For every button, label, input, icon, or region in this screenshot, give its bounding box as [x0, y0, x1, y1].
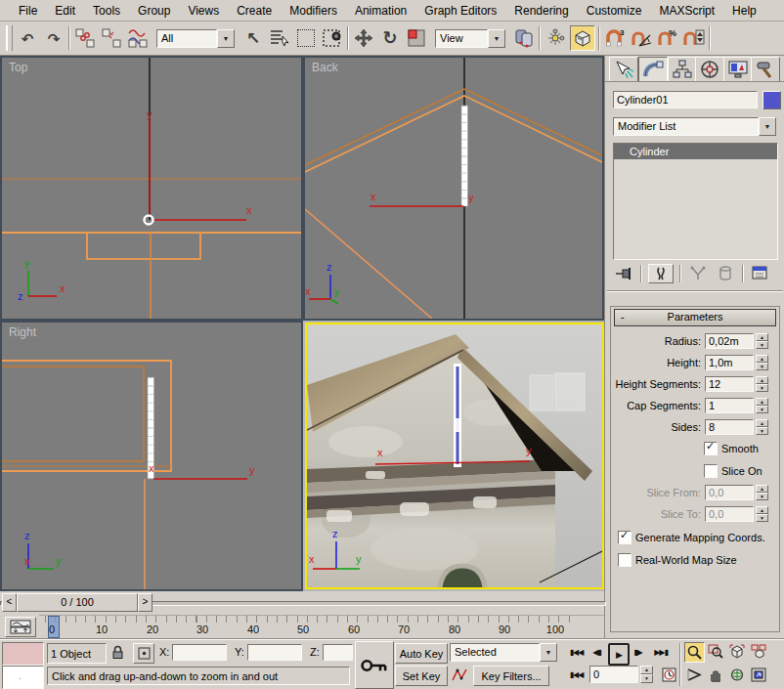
viewport-back[interactable]: Back x y z x y	[303, 56, 604, 321]
bind-to-space-warp-button[interactable]	[126, 26, 150, 50]
real-world-map-size-checkbox[interactable]	[618, 553, 632, 567]
rectangular-selection-region-button[interactable]	[294, 26, 318, 50]
lock-selection-toggle[interactable]	[108, 643, 127, 662]
maxscript-listener-script-row[interactable]: .	[2, 666, 44, 689]
tab-motion[interactable]	[695, 57, 724, 82]
keyboard-shortcut-override-toggle[interactable]	[570, 25, 595, 51]
window-crossing-toggle-button[interactable]	[321, 26, 344, 50]
viewport-right[interactable]: Right x y z y x	[0, 321, 303, 591]
menu-file[interactable]: File	[10, 2, 46, 20]
tab-utilities[interactable]	[751, 57, 780, 82]
reference-coordinate-combo[interactable]: View ▼	[435, 29, 505, 48]
viewport-back-canvas[interactable]: x y z x y	[305, 58, 602, 319]
menu-animation[interactable]: Animation	[346, 2, 415, 20]
viewport-right-label[interactable]: Right	[9, 325, 36, 339]
select-and-scale-button[interactable]	[405, 26, 428, 50]
menu-rendering[interactable]: Rendering	[505, 2, 577, 20]
radius-field[interactable]	[705, 333, 754, 349]
go-to-start-button[interactable]: ▮◀◀	[567, 643, 586, 662]
redo-button[interactable]: ↷	[42, 26, 65, 50]
set-keys-button[interactable]	[355, 641, 394, 689]
height-field[interactable]	[705, 355, 754, 370]
selection-filter-dropdown-button[interactable]: ▼	[217, 29, 235, 48]
key-mode-toggle[interactable]: ▮◀◀	[567, 666, 586, 684]
tab-modify[interactable]	[638, 57, 668, 82]
viewport-perspective[interactable]: Perspective	[305, 323, 604, 589]
percent-snap-toggle-button[interactable]: %	[656, 26, 679, 50]
y-coord-field[interactable]	[247, 644, 302, 661]
menu-modifiers[interactable]: Modifiers	[281, 2, 346, 20]
reference-coordinate-dropdown-button[interactable]: ▼	[488, 29, 505, 48]
go-to-end-button[interactable]: ▶▶▮	[650, 643, 672, 662]
pin-stack-button[interactable]	[613, 265, 634, 282]
keyable-filter-combo[interactable]: Selected ▼	[450, 643, 557, 662]
object-name-field[interactable]	[613, 91, 758, 108]
track-ruler[interactable]: 0 10 20 30 40 50 60 70 80 90 100	[39, 615, 604, 639]
generate-mapping-coords-checkbox[interactable]: ✓	[618, 531, 632, 544]
show-end-result-button[interactable]	[648, 264, 674, 283]
tab-create[interactable]	[609, 57, 638, 82]
cap-segments-spinner[interactable]: ▲▼	[756, 398, 768, 413]
zoom-all-button[interactable]	[706, 642, 724, 661]
viewport-perspective-canvas[interactable]: x y z x y	[307, 324, 602, 587]
maxscript-listener-macro-row[interactable]	[2, 642, 44, 666]
keyable-filter-dropdown-button[interactable]: ▼	[540, 643, 557, 662]
viewport-top[interactable]: Top y x y x z	[0, 56, 303, 321]
stack-item-cylinder[interactable]: Cylinder	[614, 144, 777, 159]
menu-tools[interactable]: Tools	[84, 2, 129, 20]
zoom-button[interactable]	[684, 642, 705, 663]
menu-edit[interactable]: Edit	[46, 2, 84, 20]
viewport-top-label[interactable]: Top	[9, 61, 27, 74]
height-spinner[interactable]: ▲▼	[756, 355, 768, 370]
make-unique-button[interactable]	[687, 265, 709, 282]
set-key-button[interactable]: Set Key	[395, 666, 448, 686]
menu-customize[interactable]: Customize	[578, 2, 651, 20]
menu-help[interactable]: Help	[723, 2, 765, 20]
undo-button[interactable]: ↶	[16, 26, 39, 50]
time-configuration-button[interactable]	[659, 666, 678, 684]
field-of-view-button[interactable]	[684, 666, 703, 684]
previous-frame-slider-button[interactable]: <	[2, 593, 17, 612]
sides-field[interactable]	[705, 419, 754, 435]
unlink-selection-button[interactable]	[100, 26, 123, 50]
cap-segments-field[interactable]	[705, 398, 754, 413]
object-color-swatch[interactable]	[762, 91, 781, 109]
menu-views[interactable]: Views	[179, 2, 228, 20]
modifier-list-combo[interactable]: Modifier List ▼	[613, 117, 776, 136]
height-segments-field[interactable]	[705, 376, 754, 392]
height-segments-spinner[interactable]: ▲▼	[756, 376, 768, 392]
current-frame-field[interactable]	[589, 666, 638, 683]
slice-on-checkbox[interactable]	[704, 464, 718, 478]
default-tangent-button[interactable]	[450, 666, 469, 684]
menu-create[interactable]: Create	[228, 2, 281, 20]
sides-spinner[interactable]: ▲▼	[756, 419, 768, 435]
time-slider-handle[interactable]: 0 / 100	[17, 593, 138, 612]
viewport-back-label[interactable]: Back	[312, 61, 338, 74]
play-animation-button[interactable]: ▶	[608, 643, 630, 666]
menu-graph-editors[interactable]: Graph Editors	[415, 2, 505, 20]
maximize-viewport-toggle[interactable]	[749, 666, 767, 684]
select-by-name-button[interactable]	[268, 26, 291, 50]
auto-key-button[interactable]: Auto Key	[395, 643, 448, 664]
open-mini-curve-editor-button[interactable]	[5, 617, 36, 637]
current-frame-spinner[interactable]: ▲▼	[640, 666, 653, 683]
snap-toggle-3d-button[interactable]: 3	[603, 26, 627, 50]
menu-maxscript[interactable]: MAXScript	[650, 2, 723, 20]
tab-display[interactable]	[723, 57, 753, 82]
spinner-snap-toggle-button[interactable]	[682, 26, 706, 50]
select-and-move-button[interactable]	[352, 26, 375, 50]
smooth-checkbox[interactable]: ✓	[704, 442, 718, 455]
select-and-rotate-button[interactable]: ↻	[378, 26, 402, 50]
zoom-extents-button[interactable]	[727, 642, 746, 661]
arc-rotate-button[interactable]	[727, 666, 746, 684]
modifier-list-dropdown-button[interactable]: ▼	[759, 117, 776, 136]
angle-snap-toggle-button[interactable]	[630, 26, 653, 50]
tab-hierarchy[interactable]	[668, 57, 697, 82]
modifier-stack[interactable]: Cylinder	[613, 143, 778, 260]
configure-modifier-sets-button[interactable]	[750, 265, 771, 282]
key-filters-button[interactable]: Key Filters...	[473, 666, 549, 686]
parameters-rollout-header[interactable]: - Parameters	[614, 309, 776, 326]
next-frame-slider-button[interactable]: >	[138, 593, 152, 612]
use-pivot-point-center-button[interactable]	[512, 26, 536, 50]
radius-spinner[interactable]: ▲▼	[756, 333, 768, 349]
